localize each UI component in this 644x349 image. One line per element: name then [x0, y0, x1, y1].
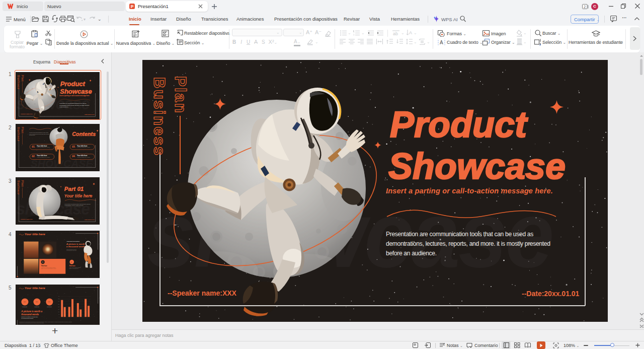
- svg-text:ab: ab: [393, 31, 398, 36]
- svg-text:2: 2: [584, 5, 586, 9]
- svg-text:100: 100: [58, 311, 60, 312]
- svg-text:200: 200: [58, 306, 60, 307]
- svg-text:P: P: [131, 4, 134, 9]
- svg-text:250: 250: [58, 304, 60, 304]
- svg-text:350: 350: [58, 299, 60, 299]
- svg-text:A: A: [440, 40, 443, 45]
- svg-text:300: 300: [58, 301, 60, 302]
- svg-text:50: 50: [58, 314, 59, 314]
- svg-text:0: 0: [59, 316, 59, 317]
- svg-text:150: 150: [58, 309, 60, 309]
- svg-text:A: A: [409, 30, 412, 35]
- svg-text:400: 400: [58, 296, 60, 297]
